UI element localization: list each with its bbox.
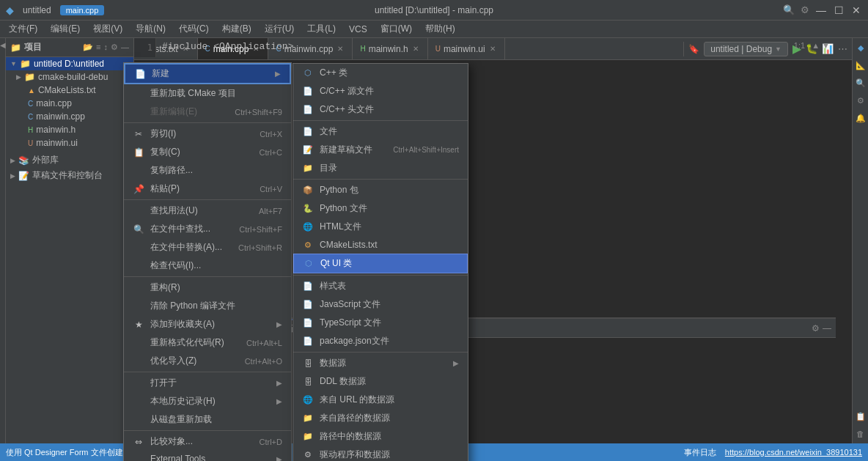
sub-cpp-header[interactable]: 📄 C/C++ 头文件 bbox=[293, 100, 468, 119]
tree-item-untitled[interactable]: ▼ 📁 untitled D:\untitled bbox=[6, 57, 133, 70]
tree-item-cmake-build[interactable]: ▶ 📁 cmake-build-debu bbox=[6, 70, 133, 84]
sub-url-ds[interactable]: 🌐 来自 URL 的数据源 bbox=[293, 391, 468, 409]
right-icon-1[interactable]: ◆ bbox=[854, 41, 867, 54]
menu-tools[interactable]: 工具(L) bbox=[301, 21, 342, 37]
menu-vcs[interactable]: VCS bbox=[343, 23, 373, 36]
close-btn[interactable]: ✕ bbox=[850, 4, 862, 16]
menu-file[interactable]: 文件(F) bbox=[3, 21, 43, 37]
sub-qt-ui-icon: ⬡ bbox=[303, 258, 315, 270]
menu-code[interactable]: 代码(C) bbox=[173, 21, 215, 37]
ctx-find-icon: 🔍 bbox=[133, 224, 144, 235]
sub-js[interactable]: 📄 JavaScript 文件 bbox=[293, 295, 468, 314]
minimize-btn[interactable]: — bbox=[815, 4, 827, 16]
ctx-external-tools[interactable]: External Tools ▶ bbox=[124, 451, 291, 461]
sub-stylesheet[interactable]: 📄 样式表 bbox=[293, 277, 468, 295]
tree-item-scratch[interactable]: ▶ 📝 草稿文件和控制台 bbox=[6, 168, 133, 183]
ctx-open-with[interactable]: 打开于 ▶ bbox=[124, 374, 291, 392]
ctx-optimize[interactable]: 优化导入(Z) Ctrl+Alt+O bbox=[124, 352, 291, 370]
ctx-reload-cmake[interactable]: 重新加载 CMake 项目 bbox=[124, 84, 291, 103]
ctx-reload-disk[interactable]: 从磁盘重新加载 bbox=[124, 410, 291, 429]
ctx-compare[interactable]: ⇔ 比较对象... Ctrl+D bbox=[124, 432, 291, 451]
sub-path-ds[interactable]: 📁 来自路径的数据源 bbox=[293, 409, 468, 427]
ctx-refactor[interactable]: 重构(R) bbox=[124, 279, 291, 297]
ctx-copy-path[interactable]: 复制路径... bbox=[124, 161, 291, 180]
tree-item-mainwincpp[interactable]: C mainwin.cpp bbox=[6, 110, 133, 123]
sub-scratch[interactable]: 📝 新建草稿文件 Ctrl+Alt+Shift+Insert bbox=[293, 141, 468, 159]
right-icon-3[interactable]: 🔍 bbox=[854, 76, 867, 89]
ctx-cut[interactable]: ✂ 剪切(I) Ctrl+X bbox=[124, 125, 291, 143]
sub-package-json-icon: 📄 bbox=[302, 336, 314, 347]
line-num-1: 1 bbox=[137, 41, 152, 54]
search-icon[interactable]: 🔍 bbox=[783, 4, 795, 15]
sub-path-ds2[interactable]: 📁 路径中的数据源 bbox=[293, 427, 468, 446]
ctx-paste[interactable]: 📌 粘贴(P) Ctrl+V bbox=[124, 180, 291, 198]
ctx-clean-python[interactable]: 清除 Python 编译文件 bbox=[124, 297, 291, 315]
sub-driver-ds[interactable]: ⚙ 驱动程序和数据源 bbox=[293, 446, 468, 461]
proj-icon-3[interactable]: ↕ bbox=[104, 43, 108, 52]
sub-python-file[interactable]: 🐍 Python 文件 bbox=[293, 199, 468, 218]
sub-package-json[interactable]: 📄 package.json文件 bbox=[293, 332, 468, 350]
sub-datasource[interactable]: 🗄 数据源 ▶ bbox=[293, 354, 468, 372]
sub-divider-3 bbox=[293, 275, 468, 276]
sub-qt-ui[interactable]: ⬡ Qt UI 类 bbox=[293, 254, 468, 273]
status-url[interactable]: https://blog.csdn.net/weixin_38910131 bbox=[725, 448, 862, 457]
ctx-reformat-code-label: 重新格式化代码(R) bbox=[150, 336, 224, 349]
sub-qt-ui-label: Qt UI 类 bbox=[320, 257, 352, 270]
sub-scratch-label: 新建草稿文件 bbox=[320, 144, 372, 156]
status-events[interactable]: 事件日志 bbox=[684, 447, 716, 458]
tree-item-external-libs[interactable]: ▶ 📚 外部库 bbox=[6, 152, 133, 168]
editor-line-1: #include <QApplication> bbox=[162, 41, 846, 52]
menu-edit[interactable]: 编辑(E) bbox=[45, 21, 86, 37]
maximize-btn[interactable]: ☐ bbox=[833, 4, 845, 16]
right-icon-4[interactable]: ⚙ bbox=[854, 94, 867, 107]
sub-python-pkg[interactable]: 📦 Python 包 bbox=[293, 181, 468, 199]
right-icon-7[interactable]: 🗑 bbox=[854, 427, 867, 440]
sub-cpp-src[interactable]: 📄 C/C++ 源文件 bbox=[293, 82, 468, 100]
ctx-find-shortcut: Ctrl+Shift+F bbox=[239, 225, 282, 234]
ctx-usages-label: 查找用法(U) bbox=[150, 204, 198, 217]
proj-icon-1[interactable]: 📂 bbox=[83, 43, 93, 52]
sub-cmake[interactable]: ⚙ CMakeLists.txt bbox=[293, 236, 468, 254]
sub-ts[interactable]: 📄 TypeScript 文件 bbox=[293, 314, 468, 332]
ctx-reformat-code[interactable]: 重新格式化代码(R) Ctrl+Alt+L bbox=[124, 333, 291, 352]
sub-url-ds-label: 来自 URL 的数据源 bbox=[320, 394, 394, 406]
tree-scratch-icon: 📝 bbox=[18, 171, 29, 181]
right-icon-5[interactable]: 🔔 bbox=[854, 111, 867, 125]
sub-cmake-icon: ⚙ bbox=[302, 239, 314, 251]
ctx-replace[interactable]: 在文件中替换(A)... Ctrl+Shift+R bbox=[124, 238, 291, 257]
sub-file[interactable]: 📄 文件 bbox=[293, 122, 468, 141]
ctx-find[interactable]: 🔍 在文件中查找... Ctrl+Shift+F bbox=[124, 220, 291, 238]
proj-icon-2[interactable]: ≡ bbox=[96, 43, 100, 52]
ctx-local-history[interactable]: 本地历史记录(H) ▶ bbox=[124, 392, 291, 410]
menu-build[interactable]: 构建(B) bbox=[216, 21, 257, 37]
right-icon-2[interactable]: 📐 bbox=[854, 59, 867, 72]
ctx-new[interactable]: 📄 新建 ▶ bbox=[124, 63, 291, 84]
sub-cpp-class[interactable]: ⬡ C++ 类 bbox=[293, 64, 468, 82]
tree-item-mainwinh[interactable]: H mainwin.h bbox=[6, 123, 133, 136]
ctx-copy[interactable]: 📋 复制(C) Ctrl+C bbox=[124, 143, 291, 161]
sub-ddl[interactable]: 🗄 DDL 数据源 bbox=[293, 372, 468, 391]
menu-run[interactable]: 运行(U) bbox=[259, 21, 301, 37]
sub-directory[interactable]: 📁 目录 bbox=[293, 159, 468, 177]
tree-item-cmakelists[interactable]: ▲ CMakeLists.txt bbox=[6, 84, 133, 97]
sub-divider-2 bbox=[293, 179, 468, 180]
tree-label-untitled: untitled D:\untitled bbox=[34, 59, 104, 69]
settings-icon[interactable]: ⚙ bbox=[801, 4, 809, 15]
proj-icon-gear[interactable]: ⚙ bbox=[111, 43, 118, 52]
sub-html[interactable]: 🌐 HTML文件 bbox=[293, 218, 468, 236]
ctx-add-favorites[interactable]: ★ 添加到收藏夹(A) ▶ bbox=[124, 315, 291, 333]
bottom-minus-icon[interactable]: — bbox=[823, 323, 831, 333]
menu-view[interactable]: 视图(V) bbox=[87, 21, 128, 37]
tree-item-maincpp[interactable]: C main.cpp bbox=[6, 97, 133, 110]
ctx-usages[interactable]: 查找用法(U) Alt+F7 bbox=[124, 202, 291, 220]
proj-icon-minus[interactable]: — bbox=[121, 43, 129, 52]
menu-window[interactable]: 窗口(W) bbox=[375, 21, 418, 37]
file-tab-indicator[interactable]: main.cpp bbox=[60, 5, 105, 15]
bottom-gear-icon[interactable]: ⚙ bbox=[812, 323, 820, 333]
sub-js-label: JavaScript 文件 bbox=[320, 298, 380, 311]
right-icon-6[interactable]: 📋 bbox=[854, 410, 867, 423]
menu-help[interactable]: 帮助(H) bbox=[419, 21, 461, 37]
tree-item-mainwinui[interactable]: U mainwin.ui bbox=[6, 136, 133, 150]
ctx-analyze[interactable]: 检查代码(I)... bbox=[124, 257, 291, 275]
menu-navigate[interactable]: 导航(N) bbox=[130, 21, 172, 37]
